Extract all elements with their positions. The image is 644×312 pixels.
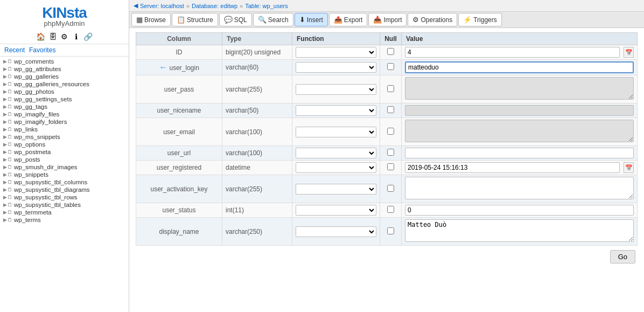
breadcrumb-database[interactable]: Database: editwp [192, 3, 237, 9]
sidebar-item[interactable]: ▶🗒wp_supsystic_tbl_columns [0, 178, 129, 186]
recent-link[interactable]: Recent [4, 46, 25, 54]
cell-value[interactable] [402, 75, 638, 103]
sidebar-item[interactable]: ▶🗒wp_gg_photos [0, 88, 129, 95]
cell-value[interactable]: 📅 [402, 45, 638, 60]
sql-button[interactable]: 💬 SQL [219, 13, 252, 26]
function-select[interactable] [296, 205, 376, 216]
home-icon[interactable]: 🏠 [36, 32, 46, 41]
cell-null[interactable] [380, 75, 402, 103]
cell-null[interactable] [380, 118, 402, 146]
sidebar-item[interactable]: ▶🗒wp_smush_dir_images [0, 163, 129, 171]
cell-value[interactable]: 📅 [402, 161, 638, 175]
value-input[interactable] [405, 148, 634, 158]
cell-value[interactable] [402, 103, 638, 118]
nav-back-icon[interactable]: ◀ [134, 2, 138, 9]
sidebar-item[interactable]: ▶🗒wp_posts [0, 156, 129, 163]
function-select[interactable] [296, 162, 376, 173]
cell-function[interactable] [292, 175, 380, 203]
sidebar-item[interactable]: ▶🗒wp_terms [0, 216, 129, 224]
null-checkbox[interactable] [387, 63, 394, 70]
cell-function[interactable] [292, 103, 380, 118]
cell-function[interactable] [292, 118, 380, 146]
sidebar-item[interactable]: ▶🗒wp_comments [0, 58, 129, 65]
info-icon[interactable]: ℹ [72, 32, 81, 41]
cell-function[interactable] [292, 60, 380, 75]
cell-function[interactable] [292, 45, 380, 60]
value-input[interactable] [405, 61, 634, 73]
null-checkbox[interactable] [387, 48, 394, 55]
function-select[interactable] [296, 226, 376, 237]
null-checkbox[interactable] [387, 85, 394, 92]
go-button[interactable]: Go [610, 250, 635, 264]
settings-icon[interactable]: ⚙ [60, 32, 69, 41]
sidebar-item[interactable]: ▶🗒wp_gg_settings_sets [0, 95, 129, 103]
function-select[interactable] [296, 127, 376, 137]
import-button[interactable]: 📥 Import [368, 13, 407, 26]
function-select[interactable] [296, 47, 376, 58]
sidebar-item[interactable]: ▶🗒wp_gg_tags [0, 103, 129, 110]
calendar-icon[interactable]: 📅 [624, 162, 634, 173]
cell-null[interactable] [380, 218, 402, 246]
value-input[interactable] [405, 162, 620, 173]
sidebar-item[interactable]: ▶🗒wp_imagify_files [0, 110, 129, 118]
cell-function[interactable] [292, 146, 380, 161]
cell-function[interactable] [292, 75, 380, 103]
operations-button[interactable]: ⚙ Operations [408, 13, 457, 26]
sidebar-item[interactable]: ▶🗒wp_postmeta [0, 148, 129, 156]
cell-value[interactable] [402, 218, 638, 246]
null-checkbox[interactable] [387, 163, 394, 170]
null-checkbox[interactable] [387, 206, 394, 213]
value-input[interactable] [405, 205, 634, 216]
null-checkbox[interactable] [387, 149, 394, 156]
sidebar-item[interactable]: ▶🗒wp_options [0, 141, 129, 148]
function-select[interactable] [296, 184, 376, 195]
sidebar-item[interactable]: ▶🗒wp_gg_galleries_resources [0, 80, 129, 88]
sidebar-item[interactable]: ▶🗒wp_gg_galleries [0, 73, 129, 80]
value-textarea[interactable] [405, 219, 634, 242]
cell-null[interactable] [380, 146, 402, 161]
value-input[interactable] [405, 105, 634, 116]
export-button[interactable]: 📤 Export [329, 13, 368, 26]
sidebar-item[interactable]: ▶🗒wp_ms_snippets [0, 133, 129, 141]
cell-null[interactable] [380, 161, 402, 175]
cell-value[interactable] [402, 146, 638, 161]
function-select[interactable] [296, 105, 376, 116]
value-textarea[interactable] [405, 120, 634, 142]
breadcrumb-table[interactable]: Table: wp_users [245, 3, 288, 9]
cell-function[interactable] [292, 218, 380, 246]
null-checkbox[interactable] [387, 128, 394, 135]
search-button[interactable]: 🔍 Search [253, 13, 293, 26]
favorites-link[interactable]: Favorites [29, 46, 55, 54]
cell-value[interactable] [402, 60, 638, 75]
calendar-icon[interactable]: 📅 [624, 47, 634, 58]
cell-null[interactable] [380, 103, 402, 118]
cell-value[interactable] [402, 118, 638, 146]
sidebar-item[interactable]: ▶🗒wp_termmeta [0, 209, 129, 216]
sidebar-item[interactable]: ▶🗒wp_imagify_folders [0, 118, 129, 126]
link-icon[interactable]: 🔗 [83, 32, 93, 41]
triggers-button[interactable]: ⚡ Triggers [458, 13, 502, 26]
null-checkbox[interactable] [387, 185, 394, 192]
cell-null[interactable] [380, 203, 402, 218]
cell-function[interactable] [292, 161, 380, 175]
value-textarea[interactable] [405, 77, 634, 100]
cell-function[interactable] [292, 203, 380, 218]
cell-null[interactable] [380, 175, 402, 203]
cell-null[interactable] [380, 60, 402, 75]
breadcrumb-server[interactable]: Server: localhost [140, 3, 184, 9]
sidebar-item[interactable]: ▶🗒wp_gg_attributes [0, 65, 129, 73]
null-checkbox[interactable] [387, 106, 394, 113]
null-checkbox[interactable] [387, 227, 394, 234]
function-select[interactable] [296, 84, 376, 95]
sidebar-item[interactable]: ▶🗒wp_snippets [0, 171, 129, 178]
db-icon[interactable]: 🗄 [48, 32, 58, 41]
cell-value[interactable] [402, 175, 638, 203]
sidebar-item[interactable]: ▶🗒wp_supsystic_tbl_tables [0, 201, 129, 209]
value-textarea[interactable] [405, 177, 634, 199]
browse-button[interactable]: ▦ Browse [131, 13, 171, 26]
cell-value[interactable] [402, 203, 638, 218]
value-input[interactable] [405, 47, 620, 58]
structure-button[interactable]: 📋 Structure [172, 13, 218, 26]
insert-button[interactable]: ⬇ Insert [295, 13, 328, 26]
function-select[interactable] [296, 62, 376, 73]
